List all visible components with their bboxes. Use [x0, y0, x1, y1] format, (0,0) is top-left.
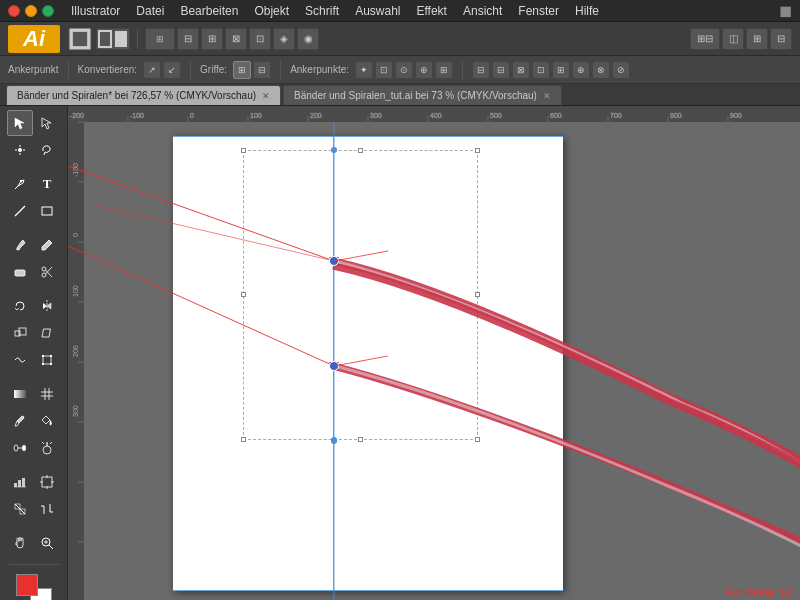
align-btn-3[interactable]: ⊠: [512, 61, 530, 79]
pen-tool[interactable]: [7, 171, 33, 197]
align-btn-7[interactable]: ⊗: [592, 61, 610, 79]
tb-screen-mode[interactable]: ⊞: [746, 28, 768, 50]
toolbar-btn-2[interactable]: [96, 28, 130, 50]
griffe-btn-1[interactable]: ⊞: [233, 61, 251, 79]
tool-row-1: [7, 110, 60, 136]
tab-2-close[interactable]: ✕: [543, 91, 551, 101]
svg-text:900: 900: [730, 112, 742, 119]
tool-row-9: [7, 347, 60, 373]
ankerpunkte-btn-4[interactable]: ⊕: [415, 61, 433, 79]
menu-hilfe[interactable]: Hilfe: [568, 2, 606, 20]
svg-rect-20: [43, 356, 51, 364]
crop-tool[interactable]: [34, 496, 60, 522]
canvas-area[interactable]: -200 -100 0 100 200 300 400 500 600 700 …: [68, 106, 800, 600]
blend-tool[interactable]: [7, 435, 33, 461]
svg-rect-11: [15, 270, 25, 276]
align-btn-1[interactable]: ⊟: [472, 61, 490, 79]
tool-row-11: [7, 408, 60, 434]
tb-align[interactable]: ⊟: [177, 28, 199, 50]
tb-gradient[interactable]: ◈: [273, 28, 295, 50]
tool-row-8: [7, 320, 60, 346]
ankerpunkte-btn-2[interactable]: ⊡: [375, 61, 393, 79]
maximize-button[interactable]: [42, 5, 54, 17]
tb-arrange[interactable]: ⊞: [145, 28, 175, 50]
scissors-tool[interactable]: [34, 259, 60, 285]
lasso-tool[interactable]: [34, 137, 60, 163]
eraser-tool[interactable]: [7, 259, 33, 285]
tab-1-close[interactable]: ✕: [262, 91, 270, 101]
shear-tool[interactable]: [34, 320, 60, 346]
toolbar-btn-1[interactable]: [68, 28, 92, 50]
menu-schrift[interactable]: Schrift: [298, 2, 346, 20]
konvertieren-btn-2[interactable]: ↙: [163, 61, 181, 79]
menu-datei[interactable]: Datei: [129, 2, 171, 20]
tool-row-7: [7, 293, 60, 319]
foreground-color-box[interactable]: [16, 574, 38, 596]
free-transform-tool[interactable]: [34, 347, 60, 373]
magic-wand-tool[interactable]: [7, 137, 33, 163]
paintbrush-tool[interactable]: [7, 232, 33, 258]
tab-1[interactable]: Bänder und Spiralen* bei 726,57 % (CMYK/…: [6, 85, 281, 105]
toolbar-separator-1: [137, 29, 138, 49]
hand-tool[interactable]: [7, 530, 33, 556]
svg-rect-2: [115, 31, 127, 47]
tool-row-14: [7, 496, 60, 522]
statusbar: Abbildung: 12: [717, 582, 800, 600]
tb-transform[interactable]: ⊞: [201, 28, 223, 50]
tool-row-13: [7, 469, 60, 495]
tab-2[interactable]: Bänder und Spiralen_tut.ai bei 73 % (CMY…: [283, 85, 562, 105]
tb-pathfinder[interactable]: ⊠: [225, 28, 247, 50]
menu-ansicht[interactable]: Ansicht: [456, 2, 509, 20]
selection-tool[interactable]: [7, 110, 33, 136]
zoom-tool[interactable]: [34, 530, 60, 556]
reflect-tool[interactable]: [34, 293, 60, 319]
menu-effekt[interactable]: Effekt: [409, 2, 453, 20]
scale-tool[interactable]: [7, 320, 33, 346]
tab-bar: Bänder und Spiralen* bei 726,57 % (CMYK/…: [0, 84, 800, 106]
svg-line-36: [50, 442, 52, 444]
svg-text:0: 0: [72, 233, 79, 237]
slice-tool[interactable]: [7, 496, 33, 522]
tb-stroke[interactable]: ⊡: [249, 28, 271, 50]
menu-fenster[interactable]: Fenster: [511, 2, 566, 20]
align-btn-8[interactable]: ⊘: [612, 61, 630, 79]
opt-sep-1: [68, 61, 69, 79]
griffe-btn-2[interactable]: ⊟: [253, 61, 271, 79]
konvertieren-group: ↗ ↙: [143, 61, 181, 79]
tb-appearance[interactable]: ◉: [297, 28, 319, 50]
direct-selection-tool[interactable]: [34, 110, 60, 136]
menu-illustrator[interactable]: Illustrator: [64, 2, 127, 20]
rectangle-tool[interactable]: [34, 198, 60, 224]
ankerpunkte-btn-3[interactable]: ⊙: [395, 61, 413, 79]
eyedropper-tool[interactable]: [7, 408, 33, 434]
tb-workspace[interactable]: ⊟: [770, 28, 792, 50]
pencil-tool[interactable]: [34, 232, 60, 258]
warp-tool[interactable]: [7, 347, 33, 373]
menu-bearbeiten[interactable]: Bearbeiten: [173, 2, 245, 20]
ankerpunkte-btn-5[interactable]: ⊞: [435, 61, 453, 79]
paint-bucket-tool[interactable]: [34, 408, 60, 434]
column-graph-tool[interactable]: [7, 469, 33, 495]
align-btn-4[interactable]: ⊡: [532, 61, 550, 79]
tb-view-mode[interactable]: ◫: [722, 28, 744, 50]
konvertieren-btn-1[interactable]: ↗: [143, 61, 161, 79]
ankerpunkte-btn-1[interactable]: ✦: [355, 61, 373, 79]
align-btn-2[interactable]: ⊟: [492, 61, 510, 79]
gradient-tool[interactable]: [7, 381, 33, 407]
tb-arrange-mode[interactable]: ⊞⊟: [690, 28, 720, 50]
mesh-tool[interactable]: [34, 381, 60, 407]
artboard-tool[interactable]: [34, 469, 60, 495]
align-btn-5[interactable]: ⊞: [552, 61, 570, 79]
align-btn-6[interactable]: ⊕: [572, 61, 590, 79]
line-tool[interactable]: [7, 198, 33, 224]
close-button[interactable]: [8, 5, 20, 17]
svg-text:300: 300: [370, 112, 382, 119]
tool-row-5: [7, 232, 60, 258]
svg-text:600: 600: [550, 112, 562, 119]
type-tool[interactable]: T: [34, 171, 60, 197]
minimize-button[interactable]: [25, 5, 37, 17]
rotate-tool[interactable]: [7, 293, 33, 319]
symbol-sprayer-tool[interactable]: [34, 435, 60, 461]
menu-objekt[interactable]: Objekt: [247, 2, 296, 20]
menu-auswahl[interactable]: Auswahl: [348, 2, 407, 20]
